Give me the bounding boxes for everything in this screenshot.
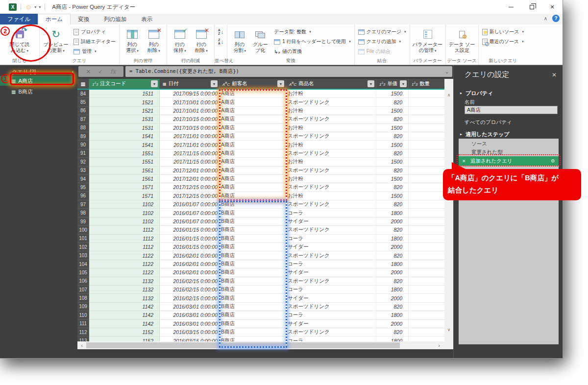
filter-dropdown-icon[interactable]: ▼ xyxy=(277,80,284,87)
row-number[interactable]: 91 xyxy=(77,149,89,158)
cell-date[interactable]: 2016/01/07 0:00:00 xyxy=(160,217,220,226)
cell-price[interactable]: 1500 xyxy=(376,124,409,132)
cell-product[interactable]: スポーツドリンク xyxy=(286,98,376,106)
merge-queries-button[interactable]: クエリのマージ ▾ xyxy=(357,27,408,36)
cell-order-code[interactable]: 1142 xyxy=(89,311,160,319)
cell-product[interactable]: スポーツドリンク xyxy=(286,183,376,192)
group-by-button[interactable]: グルー プ化 xyxy=(250,25,270,58)
cell-date[interactable]: 2016/01/07 0:00:00 xyxy=(160,209,220,217)
new-source-button[interactable]: 新しいソース ▾ xyxy=(481,27,525,36)
cell-order-code[interactable]: 1551 xyxy=(89,149,160,158)
row-number[interactable]: 96 xyxy=(77,192,89,200)
cell-quantity[interactable] xyxy=(409,311,444,319)
properties-button[interactable]: プロパティ xyxy=(72,27,117,36)
cell-price[interactable]: 2000 xyxy=(376,294,409,302)
filter-dropdown-icon[interactable]: ▼ xyxy=(151,80,158,87)
applied-steps-section-header[interactable]: ▲ 適用したステップ xyxy=(460,131,509,138)
replace-values-button[interactable]: ↳₂ 値の置換 xyxy=(272,47,352,56)
cell-product[interactable]: コーラ xyxy=(286,209,376,217)
cell-date[interactable]: 2017/12/01 0:00:00 xyxy=(160,175,220,183)
cell-date[interactable]: 2017/11/01 0:00:00 xyxy=(160,141,220,149)
accept-formula-icon[interactable]: ✓ xyxy=(98,69,102,75)
cell-price[interactable]: 1500 xyxy=(376,192,409,200)
row-number[interactable]: 112 xyxy=(77,328,89,337)
cell-price[interactable]: 1500 xyxy=(376,90,409,98)
row-number[interactable]: 92 xyxy=(77,158,89,166)
cell-order-code[interactable]: 1142 xyxy=(89,303,160,311)
cell-date[interactable]: 2016/01/15 0:00:00 xyxy=(160,243,220,251)
cell-price[interactable]: 1800 xyxy=(376,260,409,268)
advanced-editor-button[interactable]: 詳細エディター xyxy=(72,37,117,46)
cell-price[interactable]: 1800 xyxy=(376,235,409,243)
append-queries-button[interactable]: クエリの追加 ▾ xyxy=(357,37,408,46)
smiley-dropdown-caret-icon[interactable]: ▾ xyxy=(34,5,36,9)
cell-price[interactable]: 820 xyxy=(376,328,409,337)
cell-product[interactable]: スポーツドリンク xyxy=(286,328,376,337)
row-number[interactable]: 89 xyxy=(77,132,89,141)
cell-product[interactable]: スポーツドリンク xyxy=(286,226,376,234)
cell-price[interactable]: 820 xyxy=(376,200,409,209)
cell-quantity[interactable] xyxy=(409,158,444,166)
row-number[interactable]: 101 xyxy=(77,235,89,243)
cell-order-code[interactable]: 1521 xyxy=(89,98,160,106)
row-number[interactable]: 113 xyxy=(77,337,89,341)
scroll-up-icon[interactable]: ∧ xyxy=(444,91,453,99)
row-number[interactable]: 111 xyxy=(77,320,89,328)
column-header-order-code[interactable]: 123 注文コード ▼ xyxy=(89,79,160,89)
row-number[interactable]: 99 xyxy=(77,217,89,226)
cell-quantity[interactable] xyxy=(409,337,444,341)
cell-quantity[interactable] xyxy=(409,124,444,132)
cancel-formula-icon[interactable]: ✕ xyxy=(86,69,91,75)
cell-date[interactable]: 2017/11/15 0:00:00 xyxy=(160,158,220,166)
cell-date[interactable]: 2017/12/15 0:00:00 xyxy=(160,192,220,200)
minimize-button[interactable] xyxy=(501,0,521,14)
row-number[interactable]: 105 xyxy=(77,268,89,277)
tab-transform[interactable]: 変換 xyxy=(71,14,97,24)
sort-descending-button[interactable]: ZA↓ xyxy=(217,37,225,46)
keep-rows-button[interactable]: ✓ 行の 保持▾ xyxy=(169,25,191,58)
cell-order-code[interactable]: 1531 xyxy=(89,115,160,123)
cell-quantity[interactable] xyxy=(409,268,444,277)
cell-order-code[interactable]: 1541 xyxy=(89,132,160,141)
scroll-down-icon[interactable]: ∨ xyxy=(444,325,453,334)
row-number[interactable]: 110 xyxy=(77,311,89,319)
cell-quantity[interactable] xyxy=(409,132,444,141)
feedback-smiley-icon[interactable]: ☺ xyxy=(25,3,32,10)
cell-date[interactable]: 2016/03/15 0:00:00 xyxy=(160,328,220,337)
cell-quantity[interactable] xyxy=(409,235,444,243)
cell-product[interactable]: サイダー xyxy=(286,217,376,226)
close-button[interactable]: ✕ xyxy=(542,0,563,14)
row-number[interactable]: 108 xyxy=(77,294,89,302)
cell-date[interactable]: 2016/01/15 0:00:00 xyxy=(160,226,220,234)
cell-order-code[interactable]: 1561 xyxy=(89,167,160,175)
cell-price[interactable]: 2000 xyxy=(376,217,409,226)
expand-formula-icon[interactable]: ⌄ xyxy=(446,69,448,74)
cell-price[interactable]: 1800 xyxy=(376,286,409,294)
cell-product[interactable]: コーラ xyxy=(286,311,376,319)
cell-quantity[interactable] xyxy=(409,320,444,328)
column-header-quantity[interactable]: 123 数量 xyxy=(409,79,444,89)
remove-columns-button[interactable]: ✕ 列の 削除▾ xyxy=(143,25,165,58)
cell-price[interactable]: 820 xyxy=(376,277,409,286)
vertical-scrollbar[interactable]: ∧ ∨ xyxy=(444,79,453,341)
row-number[interactable]: 87 xyxy=(77,115,89,123)
data-source-settings-button[interactable]: ⚙ データ ソー ス設定 xyxy=(448,25,476,58)
cell-price[interactable]: 820 xyxy=(376,183,409,192)
cell-order-code[interactable]: 1102 xyxy=(89,209,160,217)
manage-parameters-button[interactable]: パラメーター の管理▾ xyxy=(412,25,443,58)
cell-product[interactable]: コーラ xyxy=(286,235,376,243)
cell-quantity[interactable] xyxy=(409,277,444,286)
cell-product[interactable]: コーラ xyxy=(286,337,376,341)
row-number[interactable]: 100 xyxy=(77,226,89,234)
row-number[interactable]: 102 xyxy=(77,243,89,251)
cell-price[interactable]: 1800 xyxy=(376,209,409,217)
cell-product[interactable]: コーラ xyxy=(286,260,376,268)
cell-price[interactable]: 1500 xyxy=(376,107,409,115)
cell-quantity[interactable] xyxy=(409,243,444,251)
cell-price[interactable]: 820 xyxy=(376,149,409,158)
cell-date[interactable]: 2016/03/01 0:00:00 xyxy=(160,320,220,328)
qat-customize-icon[interactable]: ▾ xyxy=(39,5,41,9)
cell-order-code[interactable]: 1521 xyxy=(89,107,160,115)
cell-date[interactable]: 2016/03/01 0:00:00 xyxy=(160,303,220,311)
restore-button[interactable] xyxy=(521,0,542,14)
